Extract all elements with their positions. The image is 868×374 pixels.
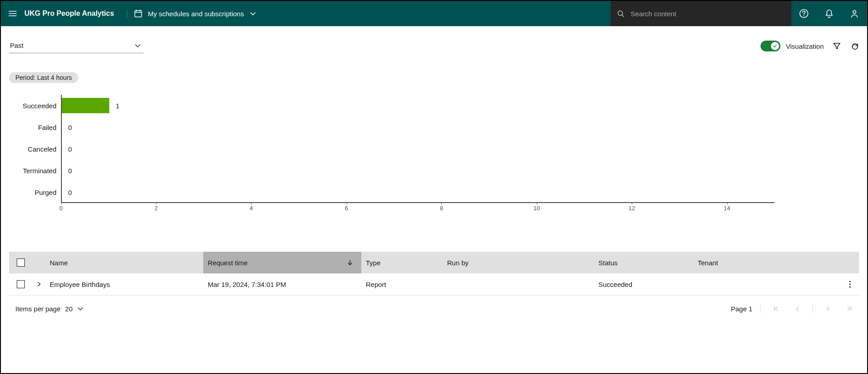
chart-y-label: Canceled bbox=[9, 138, 61, 160]
help-icon bbox=[799, 9, 809, 18]
last-page-icon bbox=[846, 305, 853, 312]
prev-page-button[interactable] bbox=[791, 302, 804, 315]
chart-y-label: Failed bbox=[9, 116, 61, 138]
brand-title: UKG Pro People Analytics bbox=[24, 9, 127, 18]
column-header-run-by[interactable]: Run by bbox=[443, 259, 594, 267]
hamburger-menu-button[interactable] bbox=[1, 1, 24, 26]
column-header-request-time[interactable]: Request time bbox=[203, 252, 361, 273]
chart-bar-value: 0 bbox=[68, 124, 72, 131]
chart-x-tick: 8 bbox=[440, 205, 443, 212]
bell-icon bbox=[824, 9, 834, 18]
chart-bar-value: 0 bbox=[68, 167, 72, 175]
chart-x-tick: 6 bbox=[345, 205, 348, 212]
select-all-checkbox[interactable] bbox=[17, 259, 25, 267]
table-header-row: Name Request time Type Run by Status Ten… bbox=[9, 252, 859, 273]
column-header-tenant[interactable]: Tenant bbox=[693, 259, 841, 267]
cell-status: Succeeded bbox=[594, 281, 693, 288]
table-footer: Items per page 20 Page 1 bbox=[9, 302, 859, 315]
table-row: Employee BirthdaysMar 19, 2024, 7:34:01 … bbox=[9, 273, 859, 295]
user-icon bbox=[849, 9, 859, 18]
items-per-page-value: 20 bbox=[65, 305, 73, 313]
row-expand-button[interactable] bbox=[36, 281, 42, 287]
help-button[interactable] bbox=[791, 1, 817, 26]
row-checkbox[interactable] bbox=[17, 280, 25, 288]
search-input[interactable] bbox=[630, 9, 785, 18]
last-page-button[interactable] bbox=[843, 302, 856, 315]
user-button[interactable] bbox=[842, 1, 867, 26]
hamburger-icon bbox=[8, 9, 17, 18]
period-filter-chip[interactable]: Period: Last 4 hours bbox=[9, 72, 78, 83]
chart-x-tick: 0 bbox=[59, 205, 62, 212]
status-bar-chart: SucceededFailedCanceledTerminatedPurged … bbox=[9, 95, 859, 203]
breadcrumb-label: My schedules and subscriptions bbox=[148, 10, 244, 18]
vertical-divider bbox=[127, 9, 127, 18]
check-icon bbox=[773, 44, 777, 48]
sort-descending-icon bbox=[347, 259, 353, 266]
runs-table: Name Request time Type Run by Status Ten… bbox=[9, 252, 859, 296]
first-page-button[interactable] bbox=[769, 302, 783, 315]
refresh-button[interactable] bbox=[851, 42, 859, 50]
breadcrumb-button[interactable]: My schedules and subscriptions bbox=[134, 9, 257, 18]
cell-type: Report bbox=[361, 281, 443, 288]
items-per-page-label: Items per page bbox=[15, 305, 61, 313]
svg-point-3 bbox=[803, 15, 804, 16]
cell-request-time: Mar 19, 2024, 7:34:01 PM bbox=[203, 281, 361, 288]
toolbar: Past Visualization bbox=[9, 39, 859, 53]
chart-x-tick: 14 bbox=[723, 205, 730, 212]
page-indicator: Page 1 bbox=[731, 305, 752, 313]
visualization-toggle-label: Visualization bbox=[786, 42, 824, 50]
visualization-toggle[interactable] bbox=[761, 41, 780, 51]
chart-x-tick: 12 bbox=[629, 205, 635, 212]
chart-bar[interactable] bbox=[62, 98, 109, 113]
chart-x-tick: 4 bbox=[250, 205, 253, 212]
first-page-icon bbox=[773, 305, 779, 312]
kebab-icon bbox=[849, 281, 851, 288]
chart-x-tick: 10 bbox=[533, 205, 540, 212]
top-bar: UKG Pro People Analytics My schedules an… bbox=[1, 1, 867, 26]
column-header-type[interactable]: Type bbox=[361, 259, 443, 267]
row-actions-button[interactable] bbox=[849, 281, 851, 288]
pagination-divider bbox=[812, 304, 813, 313]
chevron-left-icon bbox=[794, 305, 801, 312]
next-page-button[interactable] bbox=[821, 302, 835, 315]
time-filter-value: Past bbox=[10, 42, 23, 49]
search-icon bbox=[617, 9, 625, 18]
chart-x-tick: 2 bbox=[154, 205, 158, 212]
search-box[interactable] bbox=[611, 1, 791, 26]
svg-point-7 bbox=[849, 286, 850, 287]
notifications-button[interactable] bbox=[817, 1, 842, 26]
svg-point-1 bbox=[618, 11, 622, 15]
calendar-icon bbox=[134, 9, 143, 18]
chart-bar-value: 1 bbox=[116, 102, 119, 110]
chevron-down-icon bbox=[77, 305, 84, 312]
chart-bar-value: 0 bbox=[68, 189, 72, 196]
items-per-page-select[interactable]: Items per page 20 bbox=[15, 305, 84, 313]
chart-bar-value: 0 bbox=[68, 145, 72, 153]
svg-point-4 bbox=[853, 10, 856, 13]
svg-point-6 bbox=[849, 283, 850, 285]
svg-point-5 bbox=[849, 281, 850, 282]
chart-y-label: Purged bbox=[9, 181, 61, 203]
filter-icon bbox=[833, 42, 841, 50]
column-header-status[interactable]: Status bbox=[594, 259, 693, 267]
column-header-name[interactable]: Name bbox=[45, 259, 203, 267]
filter-button[interactable] bbox=[833, 42, 841, 50]
chevron-down-icon bbox=[135, 42, 141, 49]
chevron-right-icon bbox=[825, 305, 831, 312]
chevron-right-icon bbox=[36, 281, 42, 287]
chart-y-label: Succeeded bbox=[9, 95, 61, 116]
time-filter-select[interactable]: Past bbox=[9, 39, 144, 53]
chevron-down-icon bbox=[249, 10, 257, 17]
refresh-icon bbox=[851, 42, 859, 50]
svg-rect-0 bbox=[135, 11, 141, 17]
cell-name[interactable]: Employee Birthdays bbox=[45, 281, 203, 288]
pagination-divider bbox=[761, 304, 761, 313]
chart-y-label: Terminated bbox=[9, 160, 61, 181]
